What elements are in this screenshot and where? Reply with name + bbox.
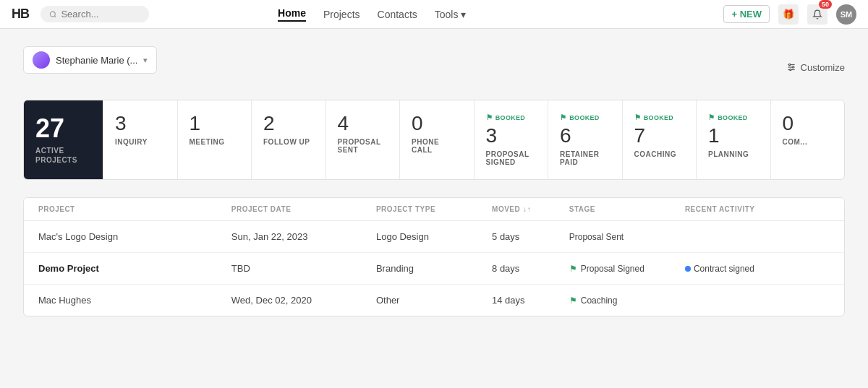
user-avatar[interactable]: SM <box>836 4 856 25</box>
stat-planning[interactable]: ⚑ BOOKED 1 PLANNING <box>697 100 771 179</box>
row-type: Branding <box>376 263 492 274</box>
main-content: Stephanie Marie (... ▾ Customize 27 ACTI… <box>0 29 868 334</box>
stat-phonecall[interactable]: 0 PHONE CALL <box>400 100 475 179</box>
stat-number-active: 27 <box>35 116 64 142</box>
svg-point-0 <box>50 12 55 17</box>
svg-point-6 <box>792 66 793 68</box>
table-row[interactable]: Mac's Logo Design Sun, Jan 22, 2023 Logo… <box>24 221 844 253</box>
stat-followup[interactable]: 2 FOLLOW UP <box>252 100 326 179</box>
stat-number-planning: 1 <box>708 126 720 146</box>
booked-badge-coaching: ⚑ BOOKED <box>634 113 674 121</box>
stat-number-phonecall: 0 <box>412 113 423 134</box>
booked-badge-planning: ⚑ BOOKED <box>708 113 748 121</box>
row-project: Mac's Logo Design <box>38 231 231 242</box>
table-row[interactable]: Mac Hughes Wed, Dec 02, 2020 Other 14 da… <box>24 285 844 316</box>
flag-icon: ⚑ <box>569 264 577 274</box>
user-selector-name: Stephanie Marie (... <box>56 55 137 66</box>
col-type: PROJECT TYPE <box>376 205 492 213</box>
top-navigation: HB Home Projects Contacts Tools ▾ + NEW … <box>0 0 868 29</box>
stat-label-proposalsigned: PROPOSAL SIGNED <box>486 150 537 166</box>
search-input[interactable] <box>61 9 140 20</box>
stat-label-completed: COM... <box>783 138 808 146</box>
user-selector-avatar <box>33 51 50 69</box>
row-date: TBD <box>231 263 376 274</box>
stat-number-coaching: 7 <box>634 126 646 146</box>
flag-icon: ⚑ <box>486 113 493 121</box>
row-moved: 5 days <box>492 231 569 242</box>
nav-right: + NEW 🎁 50 SM <box>723 4 856 25</box>
stat-label-phonecall: PHONE CALL <box>412 138 462 154</box>
stats-row: 27 ACTIVEPROJECTS 3 INQUIRY 1 MEETING 2 … <box>23 100 845 180</box>
stat-label-proposalsent: PROPOSAL SENT <box>338 138 388 154</box>
stat-completed[interactable]: 0 COM... <box>771 100 845 179</box>
projects-table: PROJECT PROJECT DATE PROJECT TYPE MOVED … <box>23 197 845 316</box>
stat-number-retainer: 6 <box>560 126 571 146</box>
row-date: Wed, Dec 02, 2020 <box>231 295 376 306</box>
stat-number-inquiry: 3 <box>115 113 127 134</box>
table-header: PROJECT PROJECT DATE PROJECT TYPE MOVED … <box>24 198 844 221</box>
header-row: Stephanie Marie (... ▾ Customize <box>23 46 845 88</box>
row-activity: Contract signed <box>685 264 830 274</box>
stat-label-inquiry: INQUIRY <box>115 138 148 146</box>
stat-number-meeting: 1 <box>190 113 201 134</box>
stat-label-retainer: RETAINER PAID <box>560 150 610 166</box>
svg-point-7 <box>789 69 791 70</box>
row-stage: ⚑ Proposal Signed <box>569 264 685 274</box>
stat-label-active: ACTIVEPROJECTS <box>35 146 77 165</box>
stat-active-projects[interactable]: 27 ACTIVEPROJECTS <box>24 100 103 179</box>
stat-number-followup: 2 <box>263 113 275 134</box>
flag-icon: ⚑ <box>569 296 577 306</box>
stat-label-followup: FOLLOW UP <box>263 138 310 146</box>
flag-icon: ⚑ <box>560 113 566 121</box>
row-moved: 8 days <box>492 263 569 274</box>
app-logo: HB <box>12 7 29 22</box>
stat-coaching[interactable]: ⚑ BOOKED 7 COACHING <box>623 100 697 179</box>
stat-number-completed: 0 <box>783 113 794 134</box>
booked-badge-retainer: ⚑ BOOKED <box>560 113 600 121</box>
user-selector[interactable]: Stephanie Marie (... ▾ <box>23 46 157 74</box>
row-type: Other <box>376 295 492 306</box>
col-stage: STAGE <box>569 205 685 213</box>
activity-dot-icon <box>685 266 691 272</box>
col-moved[interactable]: MOVED ↓↑ <box>492 205 569 213</box>
sliders-icon <box>786 62 796 72</box>
stat-meeting[interactable]: 1 MEETING <box>178 100 252 179</box>
stat-label-planning: PLANNING <box>708 150 749 158</box>
nav-links: Home Projects Contacts Tools ▾ <box>278 7 466 22</box>
stat-inquiry[interactable]: 3 INQUIRY <box>103 100 178 179</box>
sort-icon: ↓↑ <box>523 205 531 213</box>
search-icon <box>49 10 56 19</box>
nav-home[interactable]: Home <box>278 7 306 22</box>
stat-retainer-paid[interactable]: ⚑ BOOKED 6 RETAINER PAID <box>548 100 623 179</box>
col-project: PROJECT <box>38 205 231 213</box>
row-date: Sun, Jan 22, 2023 <box>231 231 376 242</box>
row-project: Demo Project <box>38 263 231 274</box>
row-moved: 14 days <box>492 295 569 306</box>
nav-contacts[interactable]: Contacts <box>378 9 417 20</box>
new-button[interactable]: + NEW <box>723 5 770 23</box>
chevron-down-icon: ▾ <box>143 56 148 65</box>
notification-bell[interactable]: 50 <box>807 4 827 25</box>
stat-number-proposalsent: 4 <box>338 113 349 134</box>
customize-button[interactable]: Customize <box>786 62 845 73</box>
row-stage: ⚑ Coaching <box>569 296 685 306</box>
row-project: Mac Hughes <box>38 295 231 306</box>
table-row[interactable]: Demo Project TBD Branding 8 days ⚑ Propo… <box>24 253 844 285</box>
col-date: PROJECT DATE <box>231 205 376 213</box>
nav-projects[interactable]: Projects <box>323 9 360 20</box>
col-activity: RECENT ACTIVITY <box>685 205 830 213</box>
flag-icon: ⚑ <box>634 113 641 121</box>
flag-icon: ⚑ <box>708 113 715 121</box>
stat-proposal-sent[interactable]: 4 PROPOSAL SENT <box>326 100 401 179</box>
nav-tools[interactable]: Tools ▾ <box>435 9 467 20</box>
stat-number-proposalsigned: 3 <box>486 126 498 146</box>
gift-icon[interactable]: 🎁 <box>778 4 799 25</box>
stat-label-coaching: COACHING <box>634 150 676 158</box>
notification-count: 50 <box>819 0 832 9</box>
stat-proposal-signed[interactable]: ⚑ BOOKED 3 PROPOSAL SIGNED <box>475 100 549 179</box>
row-stage: Proposal Sent <box>569 232 685 242</box>
row-type: Logo Design <box>376 231 492 242</box>
search-box[interactable] <box>41 6 149 22</box>
stat-label-meeting: MEETING <box>190 138 225 146</box>
booked-badge-proposalsigned: ⚑ BOOKED <box>486 113 526 121</box>
